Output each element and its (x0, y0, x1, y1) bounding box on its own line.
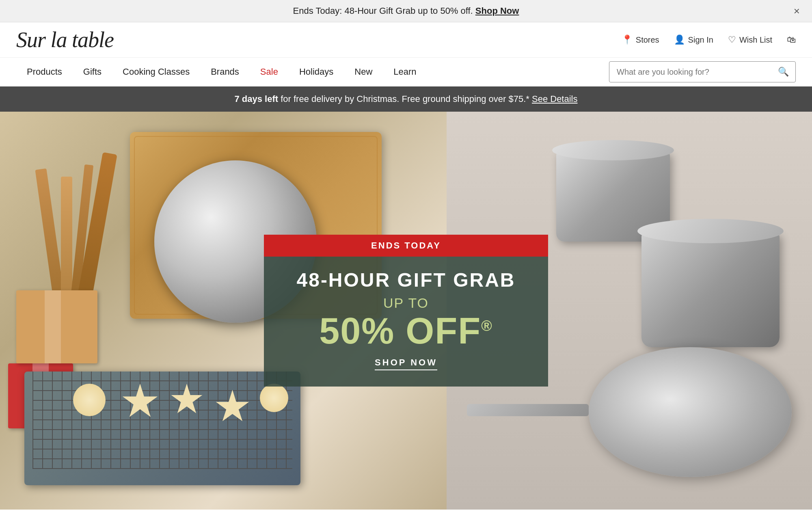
pot-2 (641, 233, 780, 347)
main-nav: Products Gifts Cooking Classes Brands Sa… (0, 58, 812, 86)
nav-item-new[interactable]: New (344, 58, 383, 86)
search-bar: 🔍 (609, 61, 796, 82)
pan-handle (467, 404, 589, 416)
promo-title: 48-HOUR GIFT GRAB (280, 269, 532, 291)
cart-link[interactable]: 🛍 (787, 35, 796, 45)
search-icon: 🔍 (778, 67, 789, 77)
promo-body: 48-HOUR GIFT GRAB UP TO 50% OFF® SHOP NO… (264, 257, 548, 387)
cookie-round-2 (260, 384, 288, 412)
nav-item-cooking-classes[interactable]: Cooking Classes (112, 58, 200, 86)
promo-ends-today-tag: ENDS TODAY (264, 235, 548, 257)
search-button[interactable]: 🔍 (771, 67, 795, 77)
hero-section: ENDS TODAY 48-HOUR GIFT GRAB UP TO 50% O… (0, 112, 812, 510)
pot-1-lid (552, 140, 674, 160)
nav-item-learn[interactable]: Learn (383, 58, 427, 86)
gift-brown (16, 290, 97, 363)
search-input[interactable] (609, 67, 771, 77)
utensil-spoon-2 (61, 177, 72, 307)
shipping-details-link[interactable]: See Details (532, 94, 578, 104)
promo-up-to: UP TO (280, 295, 532, 311)
header: Sur la table 📍 Stores 👤 Sign In ♡ Wish L… (0, 22, 812, 58)
shipping-banner: 7 days left for free delivery by Christm… (0, 86, 812, 112)
nav-items: Products Gifts Cooking Classes Brands Sa… (16, 58, 427, 86)
stores-label: Stores (636, 35, 659, 45)
cookie-star-2 (171, 384, 203, 416)
site-logo[interactable]: Sur la table (16, 29, 114, 51)
nav-item-gifts[interactable]: Gifts (73, 58, 112, 86)
cooling-rack (32, 372, 292, 469)
cart-icon: 🛍 (787, 35, 796, 45)
top-banner-close-button[interactable]: × (794, 5, 800, 17)
top-banner-link[interactable]: Shop Now (475, 6, 519, 16)
promo-off: 50% OFF® (280, 313, 532, 349)
cookie-star-3 (215, 390, 250, 424)
nav-item-holidays[interactable]: Holidays (289, 58, 344, 86)
cookie-star-1 (122, 384, 158, 420)
small-pan (589, 347, 792, 477)
user-icon: 👤 (674, 35, 685, 45)
sign-in-link[interactable]: 👤 Sign In (674, 35, 713, 45)
wish-list-link[interactable]: ♡ Wish List (728, 35, 772, 45)
location-icon: 📍 (622, 35, 633, 45)
promo-shop-now-button[interactable]: SHOP NOW (375, 357, 437, 370)
pot-2-lid (637, 219, 784, 243)
top-banner: Ends Today: 48-Hour Gift Grab up to 50% … (0, 0, 812, 22)
top-banner-text: Ends Today: 48-Hour Gift Grab up to 50% … (293, 6, 473, 16)
cookie-round (73, 384, 106, 416)
heart-icon: ♡ (728, 35, 736, 45)
promo-box: ENDS TODAY 48-HOUR GIFT GRAB UP TO 50% O… (264, 235, 548, 387)
nav-item-products[interactable]: Products (16, 58, 73, 86)
sign-in-label: Sign In (688, 35, 713, 45)
header-actions: 📍 Stores 👤 Sign In ♡ Wish List 🛍 (622, 35, 796, 45)
nav-item-sale[interactable]: Sale (250, 58, 289, 86)
shipping-bold-text: 7 days left (234, 94, 278, 104)
wish-list-label: Wish List (739, 35, 772, 45)
shipping-text: for free delivery by Christmas. Free gro… (281, 94, 529, 104)
nav-item-brands[interactable]: Brands (200, 58, 250, 86)
stores-link[interactable]: 📍 Stores (622, 35, 659, 45)
